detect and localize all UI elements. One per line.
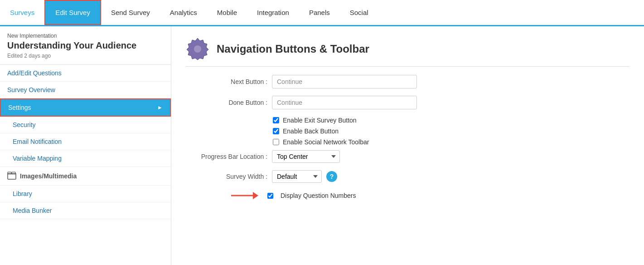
sidebar-item-survey-overview[interactable]: Survey Overview bbox=[0, 82, 171, 98]
page-header: Navigation Buttons & Toolbar bbox=[186, 37, 629, 67]
nav-edit-survey[interactable]: Edit Survey bbox=[44, 0, 101, 25]
page-title: Navigation Buttons & Toolbar bbox=[217, 43, 369, 55]
nav-mobile[interactable]: Mobile bbox=[207, 0, 247, 25]
done-button-input[interactable] bbox=[272, 96, 417, 109]
nav-analytics[interactable]: Analytics bbox=[160, 0, 207, 25]
done-button-row: Done Button : bbox=[186, 96, 629, 109]
exit-survey-checkbox[interactable] bbox=[273, 117, 279, 123]
social-toolbar-label: Enable Social Network Toolbar bbox=[283, 138, 369, 146]
page-icon bbox=[186, 37, 209, 61]
nav-integration[interactable]: Integration bbox=[247, 0, 299, 25]
svg-marker-6 bbox=[253, 192, 258, 199]
progress-bar-row: Progress Bar Location : Top Center Top L… bbox=[186, 150, 629, 163]
sidebar-item-media-bunker[interactable]: Media Bunker bbox=[0, 202, 171, 219]
survey-edited: Edited 2 days ago bbox=[7, 53, 164, 59]
multimedia-icon bbox=[7, 172, 16, 181]
sidebar-item-email-notification[interactable]: Email Notification bbox=[0, 133, 171, 150]
survey-width-help-button[interactable]: ? bbox=[326, 171, 337, 182]
nav-send-survey[interactable]: Send Survey bbox=[101, 0, 160, 25]
survey-width-row: Survey Width : Default Narrow Wide Full … bbox=[186, 170, 629, 183]
layout: New Implementation Understanding Your Au… bbox=[0, 26, 644, 265]
form-section: Next Button : Done Button : Enable Exit … bbox=[186, 75, 629, 201]
exit-survey-label: Enable Exit Survey Button bbox=[283, 117, 357, 124]
back-button-label: Enable Back Button bbox=[283, 128, 339, 135]
progress-bar-select[interactable]: Top Center Top Left Top Right Bottom Cen… bbox=[272, 150, 340, 163]
svg-point-4 bbox=[194, 45, 201, 53]
done-button-label: Done Button : bbox=[186, 99, 267, 106]
display-question-numbers-label: Display Question Numbers bbox=[281, 192, 356, 199]
nav-social[interactable]: Social bbox=[340, 0, 378, 25]
back-button-row: Enable Back Button bbox=[273, 128, 629, 135]
nav-panels[interactable]: Panels bbox=[299, 0, 340, 25]
multimedia-label: Images/Multimedia bbox=[20, 172, 77, 180]
top-nav: Surveys Edit Survey Send Survey Analytic… bbox=[0, 0, 644, 26]
sidebar-item-variable-mapping[interactable]: Variable Mapping bbox=[0, 150, 171, 167]
main-content: Navigation Buttons & Toolbar Next Button… bbox=[171, 26, 644, 265]
settings-arrow-icon: ► bbox=[157, 104, 163, 111]
back-button-checkbox[interactable] bbox=[273, 128, 279, 134]
social-toolbar-row: Enable Social Network Toolbar bbox=[273, 138, 629, 146]
sidebar: New Implementation Understanding Your Au… bbox=[0, 26, 171, 265]
next-button-label: Next Button : bbox=[186, 78, 267, 85]
sidebar-item-add-edit-questions[interactable]: Add/Edit Questions bbox=[0, 65, 171, 82]
survey-info: New Implementation Understanding Your Au… bbox=[0, 26, 171, 65]
red-arrow-icon bbox=[231, 190, 258, 201]
social-toolbar-checkbox[interactable] bbox=[273, 139, 279, 145]
nav-surveys[interactable]: Surveys bbox=[0, 0, 44, 25]
survey-width-select[interactable]: Default Narrow Wide Full bbox=[272, 170, 322, 183]
survey-width-label: Survey Width : bbox=[186, 173, 267, 180]
sidebar-item-security[interactable]: Security bbox=[0, 117, 171, 133]
exit-survey-row: Enable Exit Survey Button bbox=[273, 117, 629, 124]
multimedia-section-header: Images/Multimedia bbox=[0, 167, 171, 186]
sidebar-item-library[interactable]: Library bbox=[0, 186, 171, 202]
display-question-numbers-checkbox[interactable] bbox=[267, 193, 273, 199]
survey-title: Understanding Your Audience bbox=[7, 40, 164, 51]
next-button-input[interactable] bbox=[272, 75, 417, 88]
next-button-row: Next Button : bbox=[186, 75, 629, 88]
sidebar-item-settings[interactable]: Settings ► bbox=[0, 98, 171, 117]
progress-bar-label: Progress Bar Location : bbox=[186, 153, 267, 160]
display-question-numbers-row: Display Question Numbers bbox=[231, 190, 629, 201]
survey-label: New Implementation bbox=[7, 33, 164, 39]
